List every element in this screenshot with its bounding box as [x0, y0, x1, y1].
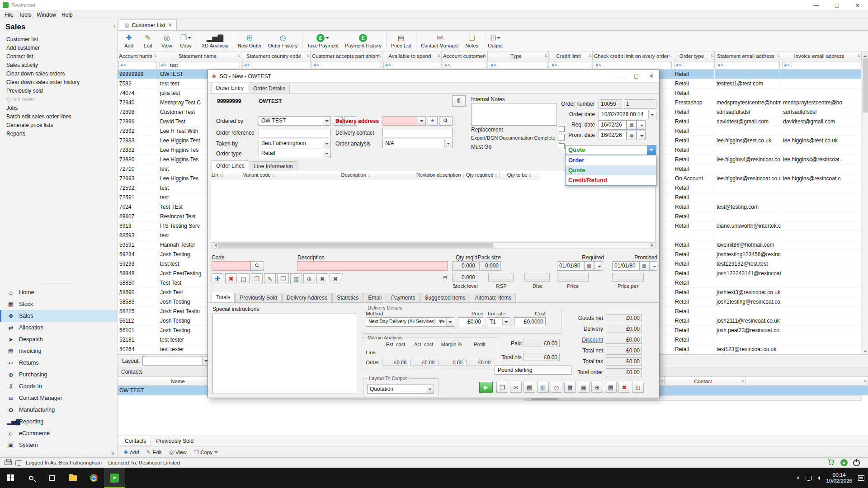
sidebar-link-clear-down-sales-order-history[interactable]: Clear down sales order history — [0, 78, 117, 87]
chevron-down-icon[interactable] — [648, 110, 656, 119]
toolbar-take-payment-button[interactable]: £ Take Payment — [304, 32, 342, 51]
sidebar-expand-icon[interactable] — [111, 450, 114, 456]
monitor-icon[interactable] — [15, 460, 22, 465]
cart-icon[interactable] — [827, 458, 835, 467]
dialog-maximize-button[interactable] — [628, 70, 644, 83]
summary-label[interactable]: Delivery — [550, 326, 606, 332]
status-option-order[interactable]: Order — [566, 155, 656, 165]
search-address-button[interactable] — [439, 116, 453, 126]
sidebar-link-customer-list[interactable]: Customer list — [0, 35, 117, 44]
line-cancel-button[interactable]: ✖ — [316, 273, 328, 284]
column-filter-input[interactable] — [118, 62, 157, 68]
column-filter-input[interactable] — [674, 62, 713, 68]
order-date-input[interactable]: 10/02/2026 00:14 — [599, 110, 656, 119]
line-duplicate-button[interactable]: ❐ — [277, 273, 289, 284]
column-header[interactable]: Customer accepts part shipm — [311, 52, 382, 61]
column-header[interactable]: Type — [488, 52, 549, 61]
column-header[interactable]: Invoice email address — [781, 52, 862, 61]
line-copy-button[interactable]: ❐ — [251, 273, 263, 284]
ordered-by-select[interactable]: OW TEST — [259, 116, 331, 126]
contacts-view-button[interactable]: ◎ View — [165, 449, 189, 456]
nav-item-manufacturing[interactable]: ⚙ Manufacturing — [0, 404, 117, 416]
toolbar-copy-button[interactable]: ❐ Copy — [176, 32, 195, 51]
chrome-button[interactable] — [83, 468, 104, 488]
chevron-down-icon[interactable] — [323, 139, 330, 148]
vertical-scrollbar[interactable] — [862, 52, 868, 354]
line-edit-button[interactable]: ✎ — [264, 273, 276, 284]
start-button[interactable] — [0, 468, 21, 488]
column-header[interactable]: Statement email address — [715, 52, 781, 61]
toolbar-new-order-button[interactable]: ⊞ New Order — [235, 32, 265, 51]
column-filter-input[interactable] — [550, 62, 591, 68]
dialog-tab-delivery-address[interactable]: Delivery Address — [282, 293, 332, 302]
add-address-button[interactable] — [428, 116, 438, 126]
chevron-down-icon[interactable] — [594, 261, 603, 271]
sidebar-link-jobs[interactable]: Jobs — [0, 104, 117, 113]
order-delete-button[interactable]: ✖ — [618, 382, 630, 393]
sidebar-link-reports[interactable]: Reports — [0, 130, 117, 138]
line-list-button[interactable]: ▤ — [238, 273, 250, 284]
nav-item-reporting[interactable]: ▂▅▇ Reporting — [0, 416, 117, 427]
resincoat-app-button[interactable] — [104, 468, 125, 488]
promised-date-input[interactable]: 01/01/80 — [612, 261, 639, 271]
order-type-select[interactable]: Retail — [259, 149, 331, 158]
sidebar-collapse-icon[interactable] — [113, 23, 115, 29]
nav-item-stock[interactable]: ▦ Stock — [0, 298, 117, 310]
column-filter-input[interactable] — [594, 62, 672, 68]
dialog-close-button[interactable] — [644, 70, 659, 83]
status-option-quote[interactable]: Quote — [566, 165, 656, 175]
calendar-icon[interactable] — [639, 261, 649, 271]
chevron-down-icon[interactable] — [649, 261, 657, 271]
column-header[interactable]: Statement country code — [241, 52, 311, 61]
order-lines-button[interactable]: ▥ — [537, 382, 549, 393]
dialog-title-bar[interactable]: SO - New - OWTEST — [208, 70, 659, 83]
column-header[interactable]: Available to spend — [382, 52, 442, 61]
chevron-down-icon[interactable] — [637, 120, 646, 130]
order-analysis-select[interactable]: N/A — [382, 139, 453, 148]
chevron-down-icon[interactable] — [326, 37, 329, 41]
column-filter-input[interactable] — [383, 62, 440, 68]
line-detail-button[interactable]: ▥ — [290, 273, 302, 284]
chevron-down-icon[interactable] — [323, 149, 330, 158]
column-header[interactable]: Statement name — [158, 52, 241, 61]
nav-item-sales[interactable]: ❖ Sales — [0, 310, 117, 322]
dialog-tab-email[interactable]: Email — [363, 293, 386, 302]
task-view-button[interactable] — [42, 468, 62, 488]
minimize-button[interactable] — [806, 0, 826, 11]
order-print-button[interactable]: ⊡ — [632, 382, 644, 393]
status-option-credit-refund[interactable]: Credit/Refund — [566, 175, 656, 185]
network-icon[interactable] — [806, 476, 812, 480]
search-item-button[interactable] — [250, 261, 264, 271]
sidebar-link-clear-down-sales-orders[interactable]: Clear down sales orders — [0, 70, 117, 78]
toolbar-order-history-button[interactable]: ◷ Order History — [265, 32, 301, 51]
order-status-select[interactable]: Quote — [565, 145, 656, 155]
req-date-input[interactable]: 16/02/26 — [599, 120, 627, 130]
menu-window[interactable]: Window — [34, 12, 59, 18]
tab-customer-list[interactable]: Customer List — [120, 19, 177, 30]
line-cancel2-button[interactable]: ✖ — [330, 273, 341, 284]
order-grid-button[interactable]: ▦ — [564, 382, 576, 393]
must-go-checkbox[interactable] — [559, 143, 565, 149]
dialog-tab-order-details[interactable]: Order Details — [249, 84, 290, 93]
menu-file[interactable]: File — [2, 12, 16, 18]
column-filter-input[interactable] — [242, 62, 309, 68]
taken-by-select[interactable]: Ben.Fotheringham — [259, 139, 331, 148]
chevron-down-icon[interactable] — [446, 318, 454, 326]
calendar-icon[interactable] — [627, 120, 637, 130]
order-add-related-button[interactable]: ⊕ — [591, 382, 603, 393]
chevron-down-icon[interactable] — [418, 117, 425, 125]
play-icon[interactable] — [840, 459, 848, 466]
order-email-button[interactable]: ✉ — [510, 382, 522, 393]
dialog-tab-totals[interactable]: Totals — [212, 292, 235, 302]
output-layout-select[interactable]: Quotation — [367, 385, 434, 394]
contacts-edit-button[interactable]: ✎ Edit — [143, 449, 165, 456]
lines-column-header[interactable]: Description — [295, 171, 416, 179]
summary-label[interactable]: Discount — [550, 337, 606, 343]
nav-item-invoicing[interactable]: ▤ Invoicing — [0, 345, 117, 357]
toolbar-add-button[interactable]: ✚ Add — [119, 32, 138, 51]
lines-column-header[interactable]: Lin — [211, 171, 223, 179]
toolbar-view-button[interactable]: ◎ View — [157, 32, 176, 51]
order-copy-button[interactable]: ❐ — [496, 382, 508, 393]
internal-notes-input[interactable] — [471, 103, 557, 126]
close-button[interactable] — [847, 0, 868, 11]
